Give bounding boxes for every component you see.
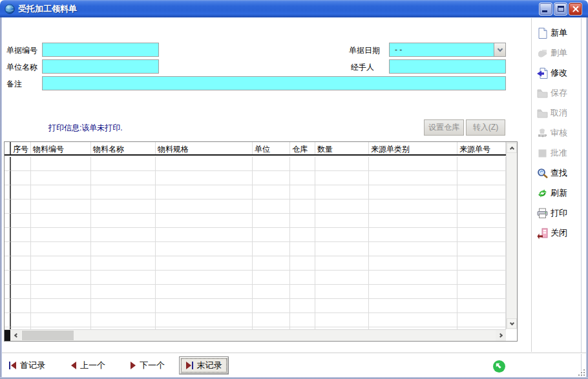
table-row[interactable] xyxy=(5,228,506,242)
set-warehouse-button[interactable]: 设置仓库 xyxy=(424,119,464,136)
close-button[interactable] xyxy=(569,3,582,15)
minimize-icon xyxy=(542,10,547,12)
doc-date-dropdown-button[interactable] xyxy=(494,43,505,56)
table-cell xyxy=(156,214,253,228)
first-record-button[interactable]: 首记录 xyxy=(9,359,45,372)
horizontal-scrollbar[interactable] xyxy=(5,329,506,341)
table-row[interactable] xyxy=(5,285,506,299)
maximize-button[interactable] xyxy=(554,3,567,15)
table-cell xyxy=(91,285,156,299)
table-cell xyxy=(31,185,91,200)
table-cell xyxy=(31,171,91,185)
scroll-up-button[interactable] xyxy=(507,143,517,153)
toolbar-save-button: 保存 xyxy=(536,85,583,101)
table-row[interactable] xyxy=(5,200,506,214)
toolbar-print-button[interactable]: 打印 xyxy=(536,205,583,221)
toolbar-close-form-button[interactable]: 关闭 xyxy=(536,225,583,241)
table-cell xyxy=(290,299,315,313)
chevron-down-icon xyxy=(509,320,514,325)
save-icon xyxy=(536,87,549,99)
table-row[interactable] xyxy=(5,214,506,228)
toolbar-new-doc-button[interactable]: 新单 xyxy=(536,25,583,41)
handler-field[interactable] xyxy=(389,59,506,74)
toolbar-cancel-button: 取消 xyxy=(536,105,583,121)
horizontal-scroll-thumb[interactable] xyxy=(22,331,74,340)
app-window: 受托加工领料单 单据编号 单据日期 - - 单位名称 经手人 备注 打印信息:该… xyxy=(0,0,588,379)
table-cell xyxy=(11,157,31,171)
table-cell xyxy=(11,228,31,242)
table-cell xyxy=(156,157,253,171)
remarks-field[interactable] xyxy=(42,76,506,90)
previous-record-button[interactable]: 上一个 xyxy=(71,359,105,372)
toolbar-search-button[interactable]: 查找 xyxy=(536,165,583,181)
table-cell xyxy=(290,228,315,242)
table-cell xyxy=(369,285,457,299)
table-row[interactable] xyxy=(5,299,506,313)
table-cell xyxy=(315,185,369,200)
table-cell xyxy=(11,271,31,285)
table-cell xyxy=(31,285,91,299)
table-cell xyxy=(156,228,253,242)
table-cell xyxy=(290,313,315,327)
table-cell xyxy=(315,228,369,242)
minimize-button[interactable] xyxy=(539,3,552,15)
table-cell xyxy=(457,285,506,299)
transfer-in-button[interactable]: 转入(Z) xyxy=(466,119,505,136)
scroll-left-button[interactable] xyxy=(10,330,21,341)
scroll-down-button[interactable] xyxy=(507,318,517,329)
table-cell xyxy=(11,214,31,228)
table-cell xyxy=(253,299,290,313)
table-cell xyxy=(369,242,457,256)
toolbar-button-label: 刷新 xyxy=(551,187,567,199)
table-row[interactable] xyxy=(5,313,506,327)
table-cell xyxy=(31,299,91,313)
new-doc-icon xyxy=(536,27,549,39)
toolbar-button-label: 新单 xyxy=(551,27,567,39)
table-cell xyxy=(253,228,290,242)
scroll-right-button[interactable] xyxy=(496,330,506,341)
titlebar[interactable]: 受托加工领料单 xyxy=(0,0,588,17)
table-row[interactable] xyxy=(5,171,506,185)
table-cell xyxy=(290,171,315,185)
toolbar-button-label: 查找 xyxy=(551,167,567,179)
handler-label: 经手人 xyxy=(351,62,374,73)
doc-no-field[interactable] xyxy=(42,43,159,57)
table-row[interactable] xyxy=(5,185,506,200)
first-record-icon xyxy=(9,362,16,369)
table-cell xyxy=(253,185,290,200)
doc-date-label: 单据日期 xyxy=(349,45,380,56)
table-cell xyxy=(5,214,11,228)
table-cell xyxy=(457,157,506,171)
toolbar-delete-doc-button: 删单 xyxy=(536,45,583,61)
table-row[interactable] xyxy=(5,256,506,271)
table-cell xyxy=(457,185,506,200)
unit-name-field[interactable] xyxy=(42,59,159,74)
table-cell xyxy=(31,313,91,327)
table-row[interactable] xyxy=(5,157,506,171)
resize-grip-icon[interactable] xyxy=(577,368,585,376)
table-cell xyxy=(369,313,457,327)
table-cell xyxy=(457,214,506,228)
table-row[interactable] xyxy=(5,271,506,285)
close-form-icon xyxy=(536,227,549,240)
table-cell xyxy=(253,171,290,185)
table-cell xyxy=(5,256,11,271)
table-cell xyxy=(5,313,11,327)
horizontal-scroll-track[interactable] xyxy=(21,330,496,341)
next-record-button[interactable]: 下一个 xyxy=(131,359,165,372)
doc-date-combo[interactable]: - - xyxy=(389,43,506,57)
table-cell xyxy=(31,271,91,285)
table-cell xyxy=(91,185,156,200)
table-cell xyxy=(369,200,457,214)
last-record-button[interactable]: 末记录 xyxy=(179,356,229,374)
table-cell xyxy=(457,271,506,285)
vertical-scrollbar[interactable] xyxy=(506,142,517,329)
table-cell xyxy=(5,228,11,242)
table-cell xyxy=(11,185,31,200)
toolbar-edit-doc-button[interactable]: 修改 xyxy=(536,65,583,81)
doc-no-label: 单据编号 xyxy=(6,45,37,56)
toolbar-refresh-button[interactable]: 刷新 xyxy=(536,185,583,201)
audit-icon xyxy=(536,127,549,139)
table-row[interactable] xyxy=(5,242,506,256)
table-cell xyxy=(457,299,506,313)
